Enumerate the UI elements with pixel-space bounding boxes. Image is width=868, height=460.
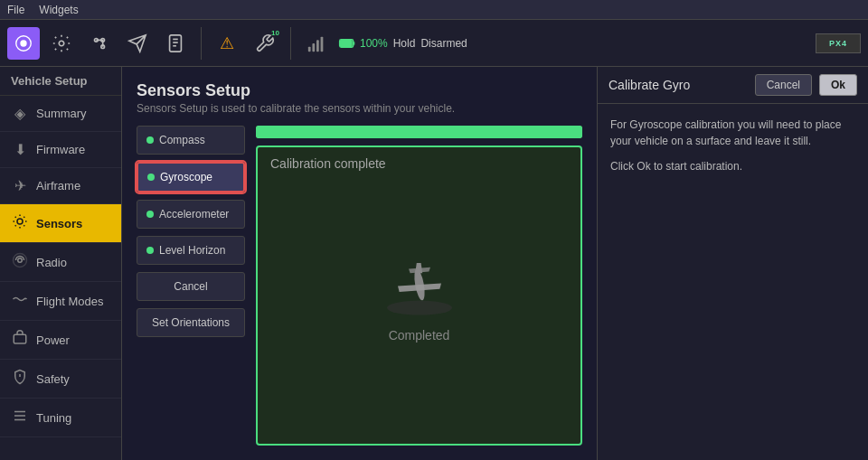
sensors-panel: Compass Gyroscope Accelerometer Level Ho… [137,126,582,446]
battery-percent: 100% [360,37,388,50]
flight-modes-icon [11,291,29,311]
sidebar-item-safety[interactable]: Safety [0,360,121,399]
svg-rect-6 [170,34,182,51]
cancel-cal-label: Cancel [174,280,207,293]
calibrate-gyro-title: Calibrate Gyro [609,78,748,92]
svg-point-1 [20,40,26,46]
toolbar: ⚠ 10 100% Hold Disarmed PX4 [0,20,868,67]
gyroscope-label: Gyroscope [160,171,212,183]
svg-rect-11 [312,43,315,52]
sensor-buttons-list: Compass Gyroscope Accelerometer Level Ho… [137,126,245,446]
svg-rect-12 [316,40,319,52]
sensors-icon [11,213,29,233]
vehicle-icon[interactable] [7,27,40,60]
calibration-area: Calibration complete Comp [256,126,582,446]
svg-point-2 [59,41,64,46]
sidebar-label-firmware: Firmware [36,143,85,156]
calibration-box: Calibration complete Comp [256,146,582,446]
compass-progress-fill [256,126,582,138]
sidebar-header: Vehicle Setup [0,67,121,96]
right-panel: Calibrate Gyro Cancel Ok For Gyroscope c… [597,67,868,460]
svg-rect-17 [341,40,353,46]
calibration-status-label: Calibration complete [270,156,386,171]
instruction-2: Click Ok to start calibration. [610,158,855,174]
svg-point-19 [18,258,23,263]
svg-rect-20 [14,334,26,343]
menu-widgets[interactable]: Widgets [39,4,78,16]
flight-status: Hold [393,37,416,50]
sidebar-label-tuning: Tuning [36,411,71,425]
version-number: 10 [271,29,279,37]
right-panel-body: For Gyroscope calibration you will need … [598,104,868,187]
menubar: File Widgets [0,0,868,20]
sidebar-item-tuning[interactable]: Tuning [0,399,121,437]
gyroscope-dot [147,174,155,181]
armed-label: Disarmed [420,37,467,50]
svg-rect-10 [308,46,311,51]
sidebar-label-power: Power [36,333,70,347]
page-subtitle: Sensors Setup is used to calibrate the s… [137,102,582,115]
cancel-cal-button[interactable]: Cancel [137,272,245,301]
hold-status: Hold [393,37,416,50]
radio-icon [11,252,29,272]
power-icon [11,330,29,350]
sidebar-item-summary[interactable]: ◈ Summary [0,96,121,132]
armed-status: Disarmed [420,37,467,50]
waypoint-icon[interactable] [83,27,116,60]
level-horizon-label: Level Horizon [159,244,225,257]
svg-point-26 [387,301,452,315]
tuning-icon [11,408,29,427]
wrench-icon[interactable]: 10 [249,27,281,60]
doc-icon[interactable] [159,27,192,60]
sidebar-label-flight-modes: Flight Modes [36,295,103,308]
sidebar-label-sensors: Sensors [36,217,82,230]
compass-progress-bar [256,126,582,138]
compass-button[interactable]: Compass [137,126,245,155]
gyroscope-button[interactable]: Gyroscope [137,162,245,192]
sidebar-item-flight-modes[interactable]: Flight Modes [0,282,121,321]
set-orientations-label: Set Orientations [152,316,230,329]
content-area: Sensors Setup Sensors Setup is used to c… [122,67,597,460]
sidebar-label-summary: Summary [36,107,87,120]
sidebar-label-safety: Safety [36,372,70,386]
svg-rect-13 [321,36,324,51]
send-icon[interactable] [121,27,154,60]
completed-label: Completed [389,328,450,343]
settings-icon[interactable] [45,27,78,60]
content-header: Sensors Setup Sensors Setup is used to c… [137,81,582,115]
sidebar-label-radio: Radio [36,256,67,269]
safety-icon [11,369,29,389]
accelerometer-label: Accelerometer [159,208,229,221]
sidebar-item-radio[interactable]: Radio [0,243,121,282]
cancel-button[interactable]: Cancel [755,74,812,96]
firmware-icon: ⬇ [11,141,29,158]
sidebar-item-firmware[interactable]: ⬇ Firmware [0,132,121,168]
ok-button[interactable]: Ok [819,74,857,96]
summary-icon: ◈ [11,105,29,122]
divider-1 [201,27,202,60]
battery-status: 100% [338,34,388,52]
menu-file[interactable]: File [7,4,24,16]
compass-label: Compass [159,134,205,146]
level-horizon-button[interactable]: Level Horizon [137,236,245,265]
divider-2 [290,27,291,60]
sidebar-item-power[interactable]: Power [0,321,121,360]
compass-dot [146,136,154,144]
page-title: Sensors Setup [137,81,582,100]
px4-logo: PX4 [816,33,861,53]
right-panel-header: Calibrate Gyro Cancel Ok [598,67,868,104]
sidebar-label-airframe: Airframe [36,179,80,192]
set-orientations-button[interactable]: Set Orientations [137,308,245,337]
accelerometer-dot [146,211,154,218]
sidebar-item-sensors[interactable]: Sensors [0,204,121,243]
aircraft-diagram [374,249,465,321]
signal-icon[interactable] [300,27,333,60]
warning-icon[interactable]: ⚠ [211,27,243,60]
compass-progress-row [256,126,582,138]
sidebar-item-airframe[interactable]: ✈ Airframe [0,168,121,204]
accelerometer-button[interactable]: Accelerometer [137,200,245,229]
level-horizon-dot [146,247,154,254]
sidebar: Vehicle Setup ◈ Summary ⬇ Firmware ✈ Air… [0,67,122,460]
instruction-1: For Gyroscope calibration you will need … [610,117,855,149]
svg-point-18 [17,219,23,224]
